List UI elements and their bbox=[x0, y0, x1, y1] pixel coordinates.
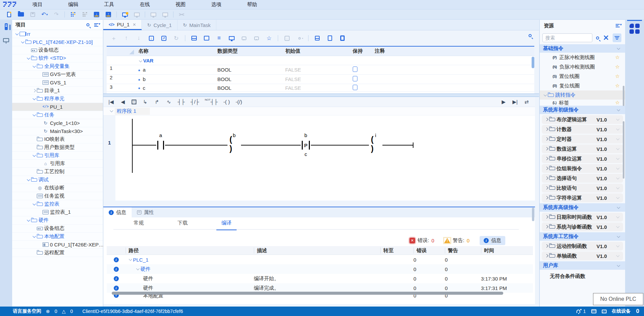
chevron-right-icon[interactable] bbox=[544, 196, 549, 200]
add-variable-icon[interactable]: ＋ bbox=[110, 34, 117, 42]
var-retain-cell[interactable] bbox=[350, 67, 372, 73]
chevron-down-icon[interactable] bbox=[616, 108, 621, 112]
chevron-down-icon[interactable] bbox=[616, 225, 620, 229]
online-device-icon[interactable] bbox=[602, 310, 607, 313]
tree-item[interactable]: 监控表_1 bbox=[12, 208, 103, 216]
var-retain-cell[interactable] bbox=[350, 76, 372, 82]
chevron-down-icon[interactable] bbox=[616, 235, 621, 239]
coil-icon[interactable]: -( ) bbox=[223, 99, 230, 105]
col-path[interactable]: 路径 bbox=[126, 247, 254, 254]
goto-last-icon[interactable]: ▶| bbox=[512, 99, 518, 105]
chevron-down-icon[interactable] bbox=[616, 137, 620, 141]
error-circle-icon[interactable]: ⊗ bbox=[46, 309, 50, 314]
warning-counter[interactable]: 警告: 0 bbox=[444, 237, 469, 244]
resource-section-header[interactable]: 系统库高级指令 bbox=[540, 203, 625, 212]
info-counter[interactable]: i 信息 bbox=[480, 236, 505, 245]
branch-open-icon[interactable]: ↳ bbox=[142, 99, 148, 105]
chevron-right-icon[interactable] bbox=[544, 254, 549, 258]
message-row[interactable]: i硬件编译完成。003:17:31 PM bbox=[107, 283, 533, 293]
chevron-right-icon[interactable] bbox=[544, 157, 549, 161]
open-project-icon[interactable] bbox=[17, 11, 25, 18]
tree-item[interactable]: ◎在线诊断 bbox=[12, 184, 103, 192]
filter-favorites-button[interactable] bbox=[613, 33, 621, 42]
network-header[interactable]: 程序段 1 bbox=[103, 107, 535, 115]
chevron-right-icon[interactable] bbox=[544, 166, 549, 170]
message-row[interactable]: i硬件00 bbox=[107, 264, 533, 274]
chevron-down-icon[interactable] bbox=[616, 47, 621, 51]
chevron-down-icon[interactable] bbox=[616, 244, 620, 248]
col-warnings[interactable]: 警告 bbox=[445, 247, 481, 254]
tree-item[interactable]: 全局变量集 bbox=[12, 62, 103, 71]
tree-item[interactable]: PLC_1[T426E-XEP-Z1-10] bbox=[12, 38, 103, 46]
resource-library-card[interactable]: 串移位运算V1.0 bbox=[542, 154, 623, 163]
binoculars-icon[interactable] bbox=[296, 34, 303, 42]
resource-library-card[interactable]: 日期和时间函数V1.0 bbox=[542, 213, 623, 221]
tree-item[interactable]: 调试 bbox=[12, 176, 103, 184]
tab-maintask[interactable]: ↻ MainTask bbox=[178, 20, 216, 30]
chevron-right-icon[interactable] bbox=[544, 147, 549, 151]
compare-icon[interactable] bbox=[178, 11, 185, 18]
col-errors[interactable]: 错误 bbox=[413, 247, 445, 254]
tree-item[interactable]: 硬件 bbox=[12, 216, 103, 225]
wave-coil-icon[interactable]: ∿ bbox=[166, 99, 172, 105]
operand-label-below[interactable]: c bbox=[292, 151, 319, 157]
col-retain[interactable]: 保持 bbox=[350, 48, 372, 54]
menu-online[interactable]: 在线 bbox=[127, 1, 163, 8]
tab-pu-1[interactable]: </> PU_1 ✕ bbox=[103, 20, 142, 30]
goto-prev-icon[interactable]: ◀ bbox=[120, 99, 126, 105]
var-group-row[interactable]: VAR bbox=[107, 56, 534, 65]
col-goto[interactable]: 转至 bbox=[380, 247, 413, 254]
ladder-coil[interactable]: ( ) bbox=[369, 139, 382, 149]
insert-row-icon[interactable] bbox=[190, 34, 198, 42]
chevron-down-icon[interactable] bbox=[616, 215, 620, 219]
chevron-down-icon[interactable] bbox=[109, 109, 114, 113]
tree-item[interactable]: 本地配置 bbox=[12, 233, 103, 241]
col-comment[interactable]: 注释 bbox=[372, 48, 534, 54]
chevron-down-icon[interactable] bbox=[616, 117, 620, 122]
resource-library-card[interactable]: 数值运算V1.0 bbox=[542, 144, 623, 153]
chevron-down-icon[interactable] bbox=[543, 93, 548, 97]
retain-checkbox[interactable] bbox=[353, 85, 357, 90]
chevron-down-icon[interactable] bbox=[26, 56, 31, 60]
close-icon[interactable]: ✕ bbox=[133, 22, 136, 27]
resource-instruction-item[interactable]: (R)复位线圈☆ bbox=[540, 81, 625, 90]
delete-comment-icon[interactable] bbox=[253, 34, 260, 42]
tab-cycle-1[interactable]: ↻ Cycle_1 bbox=[142, 20, 178, 30]
chevron-down-icon[interactable] bbox=[616, 206, 621, 210]
horizontal-splitter[interactable] bbox=[103, 94, 539, 97]
resource-library-card[interactable]: 系统与诊断函数V1.0 bbox=[542, 222, 623, 231]
toggle-direction-icon[interactable]: ⇄ bbox=[524, 99, 530, 105]
compile-disabled-icon[interactable] bbox=[133, 11, 140, 18]
col-initvalue[interactable]: 初始值 bbox=[282, 48, 350, 54]
resource-instruction-item[interactable]: (P)正脉冲检测线圈☆ bbox=[540, 53, 625, 62]
tree-item[interactable]: 引用库 bbox=[12, 152, 103, 160]
tree-item[interactable]: ⌂引用库 bbox=[12, 160, 103, 168]
undo-icon[interactable]: ↶▾ bbox=[41, 11, 48, 18]
var-type-cell[interactable]: BOOL bbox=[214, 76, 282, 82]
tree-item[interactable]: rr bbox=[12, 30, 103, 38]
compile-icon[interactable] bbox=[121, 11, 129, 18]
notification-bell-icon[interactable] bbox=[576, 309, 581, 314]
resource-section-header[interactable]: 用户库 bbox=[540, 261, 625, 270]
ladder-canvas[interactable]: 1 a b ( ) b P c i ( ) bbox=[103, 115, 535, 201]
resource-library-card[interactable]: 位组装指令V1.0 bbox=[542, 164, 623, 173]
contact-not-icon[interactable]: NOT┤├ bbox=[205, 99, 218, 105]
scrollbar-thumb[interactable] bbox=[623, 86, 624, 106]
tree-item[interactable]: IO映射表 bbox=[12, 135, 103, 143]
table-search-icon[interactable] bbox=[529, 34, 532, 37]
resource-section-header[interactable]: 系统库工艺指令 bbox=[540, 232, 625, 241]
window-panel-icon[interactable] bbox=[591, 309, 596, 313]
download-to-device-icon[interactable]: ↓ bbox=[93, 11, 100, 18]
retain-checkbox[interactable] bbox=[353, 67, 357, 72]
refresh-icon[interactable]: ↻ bbox=[172, 34, 180, 42]
ladder-edge-contact[interactable]: P bbox=[301, 140, 311, 150]
resource-instruction-item[interactable]: (S)置位线圈☆ bbox=[540, 72, 625, 81]
monitor-table-icon[interactable] bbox=[228, 34, 235, 42]
var-name-cell[interactable]: a bbox=[135, 67, 214, 73]
path-cell[interactable]: 硬件 bbox=[126, 285, 254, 291]
tree-item[interactable]: 远程配置 bbox=[12, 249, 103, 257]
split-horizontal-icon[interactable] bbox=[314, 34, 321, 42]
move-up-icon[interactable]: ↑ bbox=[123, 34, 130, 42]
tools-icon[interactable] bbox=[603, 35, 609, 41]
search-icon[interactable] bbox=[86, 23, 89, 26]
